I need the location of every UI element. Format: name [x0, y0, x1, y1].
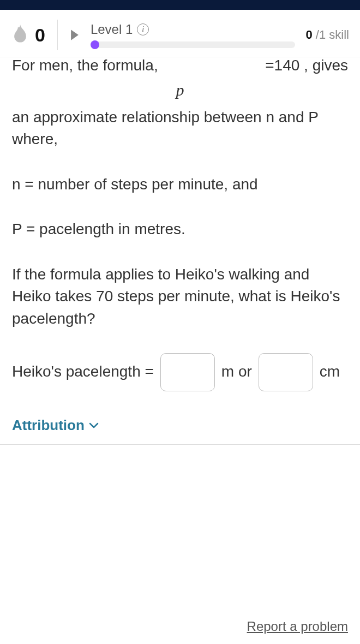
definition-p: P = pacelength in metres.: [12, 218, 348, 241]
answer-unit-m: m or: [221, 361, 252, 383]
play-icon[interactable]: [70, 29, 80, 41]
top-navbar: [0, 0, 360, 10]
streak-group: 0: [11, 25, 45, 46]
divider: [57, 20, 58, 50]
answer-input-m[interactable]: [160, 353, 215, 391]
question-intro: an approximate relationship between n an…: [12, 106, 348, 151]
progress-bar: [91, 41, 295, 48]
chevron-down-icon: [89, 422, 99, 429]
flame-icon: [11, 25, 29, 45]
definition-n: n = number of steps per minute, and: [12, 174, 348, 196]
progress-thumb: [91, 40, 99, 49]
answer-prefix: Heiko's pacelength =: [12, 361, 154, 383]
clipped-formula-line: For men, the formula, =140 , gives: [12, 57, 348, 77]
question-content: For men, the formula, =140 , gives p an …: [0, 57, 360, 445]
divider-line: [0, 444, 360, 445]
answer-input-cm[interactable]: [259, 353, 313, 391]
answer-row: Heiko's pacelength = m or cm: [12, 353, 348, 391]
level-group: Level 1 i: [91, 22, 295, 48]
info-icon[interactable]: i: [137, 23, 149, 35]
answer-unit-cm: cm: [320, 361, 340, 383]
report-row: Report a problem: [247, 609, 360, 634]
level-label: Level 1: [91, 22, 133, 37]
status-bar: 0 Level 1 i 0 /1 skill: [0, 10, 360, 57]
attribution-toggle[interactable]: Attribution: [12, 413, 348, 445]
fraction-denominator: p: [12, 78, 348, 102]
skill-counter: 0 /1 skill: [306, 28, 350, 42]
question-prompt: If the formula applies to Heiko's walkin…: [12, 264, 348, 330]
attribution-label: Attribution: [12, 415, 85, 436]
report-problem-link[interactable]: Report a problem: [247, 619, 348, 634]
streak-count: 0: [35, 25, 45, 46]
